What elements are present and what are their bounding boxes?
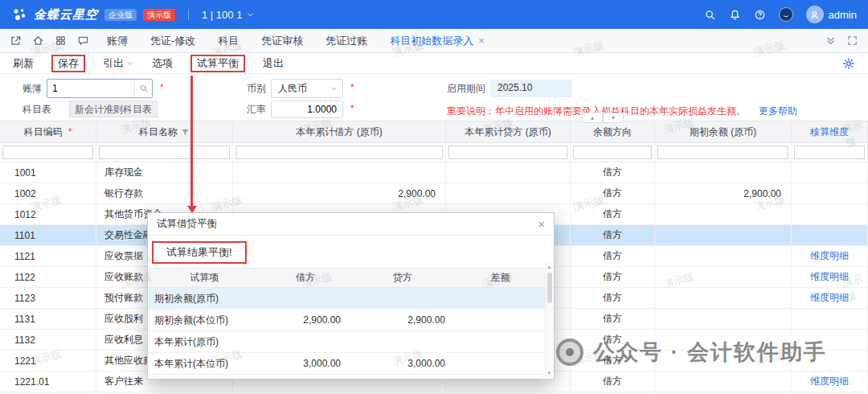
save-button[interactable]: 保存 <box>51 55 85 72</box>
more-help-link[interactable]: 更多帮助 <box>759 105 797 118</box>
dialog-row[interactable]: 期初余额(原币) <box>148 288 546 310</box>
col-header-code[interactable]: 科目编码* <box>0 121 96 142</box>
cell-opening[interactable] <box>655 162 792 183</box>
cell-opening[interactable] <box>655 204 792 224</box>
exit-button[interactable]: 退出 <box>263 56 284 71</box>
cell-direction[interactable]: 借方 <box>571 309 655 329</box>
filter-icon[interactable] <box>181 128 190 137</box>
cell-direction[interactable]: 借方 <box>571 371 655 392</box>
help-icon[interactable] <box>754 9 766 21</box>
dimension-detail-link[interactable]: 维度明细 <box>810 249 849 263</box>
filter-input[interactable] <box>794 146 865 159</box>
collapse-up-icon[interactable]: ▲ <box>582 113 603 123</box>
apps-grid-icon[interactable] <box>55 35 67 47</box>
filter-input[interactable] <box>99 146 230 159</box>
cell-direction[interactable]: 借方 <box>571 330 655 350</box>
collapse-down-icon[interactable]: ▼ <box>603 113 624 123</box>
cell-direction[interactable]: 借方 <box>571 267 655 287</box>
lookup-icon[interactable] <box>134 80 152 97</box>
tab-subjects[interactable]: 科目 <box>218 34 239 48</box>
fullscreen-icon[interactable] <box>846 35 858 47</box>
scrollbar-thumb[interactable] <box>547 273 552 303</box>
assistant-icon[interactable] <box>779 7 793 22</box>
home-icon[interactable] <box>32 35 44 47</box>
cell-opening[interactable] <box>655 225 792 245</box>
cell-ytd-credit[interactable] <box>446 183 571 203</box>
tab-voucher-modify[interactable]: 凭证-修改 <box>150 34 195 48</box>
cell-direction[interactable]: 借方 <box>571 225 655 245</box>
cell-code[interactable]: 1001 <box>0 162 96 183</box>
scroll-down-icon[interactable]: ▼ <box>547 369 552 377</box>
cell-opening[interactable] <box>655 246 792 266</box>
cell-name[interactable]: 库存现金 <box>96 162 233 183</box>
filter-input[interactable] <box>657 146 788 159</box>
tab-voucher-posting[interactable]: 凭证过账 <box>326 34 367 48</box>
dialog-row[interactable]: 本年累计(本位币) 3,000.00 3,000.00 <box>148 353 546 375</box>
options-button[interactable]: 选项 <box>152 56 173 71</box>
col-header-direction[interactable]: 余额方向 <box>571 121 655 142</box>
book-lookup-field[interactable] <box>47 79 153 98</box>
dimension-detail-link[interactable]: 维度明细 <box>810 291 849 305</box>
tab-account-books[interactable]: 账簿 <box>107 34 128 48</box>
table-row[interactable]: 1001 库存现金 借方 <box>0 162 868 183</box>
dimension-detail-link[interactable]: 维度明细 <box>810 270 849 284</box>
cell-code[interactable]: 1012 <box>0 204 96 224</box>
cell-name[interactable]: 银行存款 <box>96 183 233 203</box>
cell-code[interactable]: 1131 <box>0 309 96 329</box>
cell-opening[interactable] <box>655 288 792 308</box>
dialog-row[interactable]: 期初余额(本位币) 2,900.00 2,900.00 <box>148 310 546 331</box>
export-button[interactable]: 引出 <box>103 56 134 71</box>
book-input[interactable] <box>47 83 134 94</box>
filter-input[interactable] <box>235 146 443 159</box>
cell-opening[interactable] <box>655 267 792 287</box>
table-row[interactable]: 1002 银行存款 2,900.00 借方 2,900.00 <box>0 183 868 204</box>
cell-code[interactable]: 1221 <box>0 351 96 371</box>
cell-direction[interactable]: 借方 <box>571 162 655 183</box>
chevrons-collapse-icon[interactable] <box>825 35 837 47</box>
trial-balance-button[interactable]: 试算平衡 <box>190 55 245 72</box>
currency-select[interactable]: 人民币 <box>271 79 343 98</box>
cell-direction[interactable]: 借方 <box>571 246 655 266</box>
cell-direction[interactable]: 借方 <box>571 183 655 203</box>
dialog-titlebar[interactable]: 试算借贷平衡 × <box>148 213 554 236</box>
cell-ytd-credit[interactable] <box>446 162 571 183</box>
tab-close-icon[interactable]: × <box>478 35 485 47</box>
cell-code[interactable]: 1121 <box>0 246 96 266</box>
cell-opening[interactable] <box>655 309 792 329</box>
scroll-up-icon[interactable]: ▲ <box>547 263 552 271</box>
dialog-scrollbar[interactable]: ▲ ▼ <box>545 263 553 377</box>
cell-opening[interactable] <box>655 351 792 371</box>
settings-gear-icon[interactable] <box>842 57 855 70</box>
filter-input[interactable] <box>2 146 93 159</box>
cell-ytd-debit[interactable]: 2,900.00 <box>233 183 446 203</box>
cell-direction[interactable]: 借方 <box>571 204 655 224</box>
cell-opening[interactable] <box>655 371 792 392</box>
cell-code[interactable]: 1221.01 <box>0 371 96 392</box>
account-switcher[interactable]: 1 | 100 1 <box>202 9 255 21</box>
dimension-detail-link[interactable]: 维度明细 <box>810 375 849 388</box>
col-header-ytd-debit[interactable]: 本年累计借方 (原币) <box>233 121 446 142</box>
search-icon[interactable] <box>704 9 716 21</box>
tab-initial-data-entry[interactable]: 科目初始数据录入 × <box>390 34 485 48</box>
cell-opening[interactable] <box>655 330 792 350</box>
cell-code[interactable]: 1132 <box>0 330 96 350</box>
cell-direction[interactable]: 借方 <box>571 351 655 371</box>
close-icon[interactable]: × <box>538 218 545 230</box>
col-header-opening[interactable]: 期初余额 (原币) <box>655 121 792 142</box>
share-icon[interactable] <box>10 35 22 47</box>
exchange-rate-field[interactable] <box>271 101 343 118</box>
filter-input[interactable] <box>573 146 652 159</box>
cell-code[interactable]: 1002 <box>0 183 96 203</box>
col-header-dimension[interactable]: 核算维度 <box>792 121 868 142</box>
tab-voucher-review[interactable]: 凭证审核 <box>261 34 303 48</box>
user-menu[interactable]: admin <box>806 6 857 23</box>
cell-opening[interactable]: 2,900.00 <box>655 183 792 203</box>
cell-code[interactable]: 1101 <box>0 225 96 245</box>
cell-code[interactable]: 1122 <box>0 267 96 287</box>
cell-direction[interactable]: 借方 <box>571 288 655 308</box>
bell-icon[interactable] <box>729 9 741 21</box>
cell-ytd-debit[interactable] <box>233 162 446 183</box>
message-icon[interactable] <box>77 35 89 47</box>
filter-input[interactable] <box>448 146 567 159</box>
rate-input[interactable] <box>272 101 342 117</box>
